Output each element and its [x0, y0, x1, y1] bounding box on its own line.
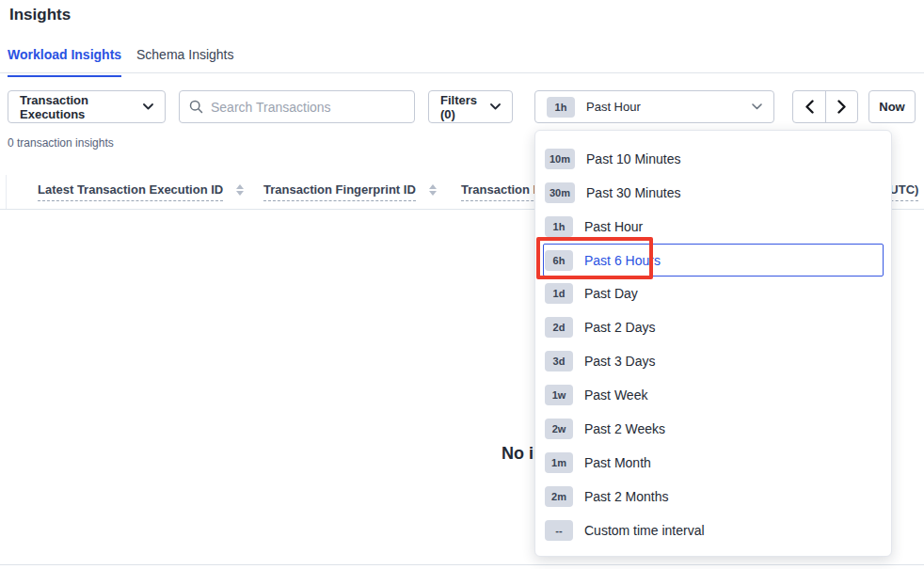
sort-icon	[429, 184, 437, 196]
dropdown-item-past-2-days[interactable]: 2d Past 2 Days	[535, 310, 891, 344]
search-input[interactable]	[211, 100, 405, 115]
dropdown-item-past-month[interactable]: 1m Past Month	[535, 446, 891, 480]
time-interval-badge: 1h	[547, 97, 575, 118]
interval-badge: 1w	[545, 385, 573, 405]
interval-label: Past Day	[584, 286, 638, 301]
interval-badge: 2m	[545, 486, 573, 507]
interval-label: Past Hour	[584, 219, 643, 234]
dropdown-item-past-week[interactable]: 1w Past Week	[535, 378, 891, 412]
tabs-bar: Workload Insights Schema Insights	[0, 41, 924, 73]
chevron-down-icon	[143, 103, 153, 110]
bottom-divider	[0, 564, 924, 565]
tab-workload-insights[interactable]: Workload Insights	[8, 47, 121, 73]
dropdown-item-past-30-minutes[interactable]: 30m Past 30 Minutes	[535, 176, 891, 210]
interval-badge: 6h	[545, 250, 573, 271]
dropdown-item-past-6-hours[interactable]: 6h Past 6 Hours	[543, 244, 884, 277]
interval-badge: 30m	[545, 182, 575, 203]
interval-badge: 1h	[545, 216, 573, 237]
interval-label: Past Month	[584, 455, 651, 470]
filters-button[interactable]: Filters (0)	[428, 90, 513, 123]
interval-badge: --	[545, 520, 573, 541]
interval-badge: 2w	[545, 419, 573, 439]
interval-badge: 2d	[545, 317, 573, 338]
interval-badge: 10m	[545, 149, 575, 169]
insights-count-text: 0 transaction insights	[8, 136, 114, 150]
interval-label: Past 2 Days	[584, 320, 655, 335]
next-interval-button[interactable]	[825, 91, 857, 122]
interval-label: Past 3 Days	[584, 354, 655, 369]
dropdown-item-past-3-days[interactable]: 3d Past 3 Days	[535, 344, 891, 378]
interval-label: Past 6 Hours	[584, 253, 661, 268]
time-interval-dropdown: 10m Past 10 Minutes 30m Past 30 Minutes …	[534, 130, 892, 557]
chevron-down-icon	[752, 103, 762, 110]
sort-icon	[236, 184, 244, 196]
dropdown-item-past-2-weeks[interactable]: 2w Past 2 Weeks	[535, 412, 891, 446]
chevron-left-icon	[805, 100, 814, 114]
dropdown-item-past-2-months[interactable]: 2m Past 2 Months	[535, 480, 891, 514]
view-type-select[interactable]: Transaction Executions	[8, 90, 166, 123]
tab-schema-insights[interactable]: Schema Insights	[136, 47, 234, 73]
column-header-transaction-fingerprint-id[interactable]: Transaction Fingerprint ID	[263, 182, 437, 201]
dropdown-item-past-day[interactable]: 1d Past Day	[535, 277, 891, 310]
interval-badge: 1m	[545, 452, 573, 473]
filters-button-label: Filters (0)	[440, 93, 490, 121]
column-header-label: Latest Transaction Execution ID	[38, 182, 223, 201]
now-button[interactable]: Now	[868, 90, 916, 123]
dropdown-item-custom-time-interval[interactable]: -- Custom time interval	[535, 514, 891, 547]
interval-label: Past 2 Months	[584, 489, 669, 504]
interval-label: Past Week	[584, 387, 647, 403]
column-header-latest-transaction-execution-id[interactable]: Latest Transaction Execution ID	[38, 182, 244, 201]
interval-badge: 3d	[545, 351, 573, 371]
time-interval-label: Past Hour	[586, 100, 641, 114]
chevron-right-icon	[837, 100, 846, 114]
dropdown-item-past-hour[interactable]: 1h Past Hour	[535, 210, 891, 244]
dropdown-item-past-10-minutes[interactable]: 10m Past 10 Minutes	[535, 142, 891, 176]
interval-label: Past 30 Minutes	[586, 185, 680, 200]
search-box	[179, 90, 415, 123]
interval-badge: 1d	[545, 283, 573, 304]
view-type-select-label: Transaction Executions	[20, 93, 143, 121]
column-header-label: Transaction Fingerprint ID	[263, 182, 416, 201]
page-title: Insights	[9, 6, 71, 24]
time-nav-arrows	[792, 90, 858, 123]
search-icon	[189, 100, 203, 114]
time-interval-select[interactable]: 1h Past Hour	[534, 90, 774, 123]
previous-interval-button[interactable]	[793, 91, 825, 122]
interval-label: Past 10 Minutes	[586, 151, 680, 166]
chevron-down-icon	[490, 103, 501, 110]
interval-label: Custom time interval	[584, 523, 705, 538]
table-left-border	[6, 175, 7, 209]
interval-label: Past 2 Weeks	[584, 421, 665, 436]
